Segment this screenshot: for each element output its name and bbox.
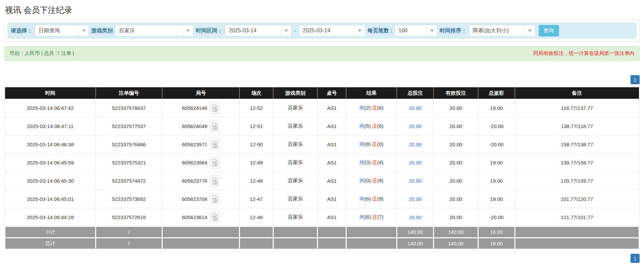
- betting-records-table: 时间注单编号局号场次游戏类别桌号结果总投注有效投注总派彩备注 2025-03-1…: [4, 87, 640, 250]
- cell-valid-bet: 20.00: [434, 117, 478, 135]
- date-from-select[interactable]: 2025-03-14: [225, 25, 291, 36]
- table-row: 2025-03-14 06:45:01 522337573692 6056237…: [5, 190, 639, 208]
- column-header: 注单编号: [96, 87, 162, 99]
- cell-bet-number: 522337578437: [96, 99, 162, 117]
- column-header: 时间: [5, 87, 96, 99]
- cell-game-type: 百家乐: [273, 117, 318, 135]
- cell-remark: 120.77/139.77: [515, 172, 639, 190]
- total-bet-link[interactable]: 20.00: [409, 178, 422, 184]
- date-to-value: 2025-03-14: [299, 25, 355, 36]
- cell-valid-bet: 20.00: [434, 154, 478, 172]
- result-player-label: 闲: [359, 159, 365, 165]
- chevron-down-icon[interactable]: [525, 25, 535, 36]
- page-size-select[interactable]: 100: [395, 25, 437, 36]
- date-to-select[interactable]: 2025-03-14: [299, 25, 365, 36]
- footer-empty-cell: [273, 226, 318, 238]
- cell-bet-number: 522337574472: [96, 172, 162, 190]
- cell-time: 2025-03-14 06:47:11: [5, 117, 96, 135]
- cell-round-number: 605623704: [162, 190, 239, 208]
- total-payout: 16.00: [478, 238, 515, 249]
- game-type-select[interactable]: 百家乐: [115, 25, 193, 36]
- cell-valid-bet: 20.00: [434, 99, 478, 117]
- table-row: 2025-03-14 06:45:59 522337575321 6056238…: [5, 154, 639, 172]
- page-1-button[interactable]: 1: [630, 254, 640, 263]
- cell-round-number: 605623864: [162, 154, 239, 172]
- video-file-icon: [211, 177, 218, 185]
- total-bet-link[interactable]: 20.00: [409, 196, 422, 202]
- total-total-bet: 140.00: [397, 238, 434, 249]
- page-size-value: 100: [395, 25, 427, 36]
- footer-empty-cell: [273, 238, 318, 249]
- page-size-label: 每页笔数 :: [368, 27, 393, 34]
- video-record-button[interactable]: [210, 211, 220, 223]
- cell-game-type: 百家乐: [273, 172, 318, 190]
- footer-empty-cell: [515, 238, 639, 249]
- total-bet-link[interactable]: 20.00: [409, 123, 422, 129]
- query-type-select[interactable]: 日期查询: [35, 25, 89, 36]
- cell-time: 2025-03-14 06:47:42: [5, 99, 96, 117]
- video-record-button[interactable]: [210, 175, 220, 187]
- search-button[interactable]: 查询: [539, 25, 559, 36]
- total-bet-link[interactable]: 20.00: [409, 105, 422, 111]
- video-record-button[interactable]: [210, 120, 220, 132]
- time-range-label: 时间区间：: [196, 27, 223, 34]
- cell-valid-bet: 20.00: [434, 172, 478, 190]
- cell-time: 2025-03-14 06:45:01: [5, 190, 96, 208]
- cell-payout: 19.00: [478, 154, 515, 172]
- page-1-button[interactable]: 1: [630, 75, 640, 84]
- total-bet-link[interactable]: 20.00: [409, 142, 422, 147]
- result-player-score: (6): [365, 214, 371, 220]
- chevron-down-icon[interactable]: [78, 25, 88, 36]
- video-record-button[interactable]: [210, 139, 220, 151]
- result-banker-score: (9): [377, 178, 383, 183]
- cell-table-number: AS1: [318, 117, 346, 135]
- video-file-icon: [211, 195, 218, 203]
- total-label: 总计: [5, 238, 96, 249]
- cell-total-bet: 20.00: [397, 190, 434, 208]
- result-banker-score: (6): [377, 123, 383, 129]
- video-record-button[interactable]: [210, 157, 220, 169]
- cell-valid-bet: 20.00: [434, 208, 478, 226]
- cell-payout: -20.00: [478, 135, 515, 154]
- chevron-down-icon[interactable]: [183, 25, 193, 36]
- video-record-button[interactable]: [210, 102, 220, 114]
- total-bet-link[interactable]: 20.00: [409, 160, 422, 165]
- chevron-down-icon[interactable]: [281, 25, 291, 36]
- cell-table-number: AS1: [318, 172, 346, 190]
- total-bet-link[interactable]: 20.00: [409, 214, 422, 220]
- cell-result: 闲(5) 庄(6): [346, 117, 397, 135]
- footer-empty-cell: [346, 226, 397, 238]
- cell-game-type: 百家乐: [273, 208, 318, 226]
- chevron-down-icon[interactable]: [355, 25, 365, 36]
- subtotal-payout: 16.00: [478, 226, 515, 238]
- footer-empty-cell: [162, 226, 239, 238]
- footer-empty-cell: [240, 226, 273, 238]
- betting-records-page: 视讯 会员下注纪录 请选择： 日期查询 游戏类别 百家乐 时间区间： 2025-…: [0, 0, 644, 268]
- cell-result: 闲(2) 庄(6): [346, 99, 397, 117]
- sort-order-select[interactable]: 降幂(由大到小): [469, 25, 535, 36]
- total-count: 7: [96, 238, 162, 249]
- cell-payout: 19.00: [478, 99, 515, 117]
- cell-total-bet: 20.00: [397, 99, 434, 117]
- cell-round-number: 605623614: [162, 208, 239, 226]
- select-type-label: 请选择：: [11, 27, 32, 34]
- result-player-score: (5): [365, 123, 371, 129]
- cell-session: 12-49: [240, 154, 273, 172]
- cell-session: 12-47: [240, 190, 273, 208]
- result-banker-label: 庄: [372, 196, 377, 202]
- cell-time: 2025-03-14 06:46:38: [5, 135, 96, 154]
- video-file-icon: [211, 159, 218, 167]
- footer-empty-cell: [346, 238, 397, 249]
- cell-bet-number: 522337572618: [96, 208, 162, 226]
- subtotal-row: 小计 7 140.00 140.00 16.00: [5, 226, 639, 238]
- round-number: 605623704: [182, 196, 207, 202]
- date-from-value: 2025-03-14: [225, 25, 281, 36]
- video-file-icon: [211, 122, 218, 130]
- footer-empty-cell: [515, 226, 639, 238]
- video-file-icon: [211, 213, 218, 221]
- total-row: 总计 7 140.00 140.00 16.00: [5, 238, 639, 249]
- video-record-button[interactable]: [210, 193, 220, 205]
- page-title: 视讯 会员下注纪录: [5, 5, 640, 16]
- chevron-down-icon[interactable]: [427, 25, 437, 36]
- cell-total-bet: 20.00: [397, 135, 434, 154]
